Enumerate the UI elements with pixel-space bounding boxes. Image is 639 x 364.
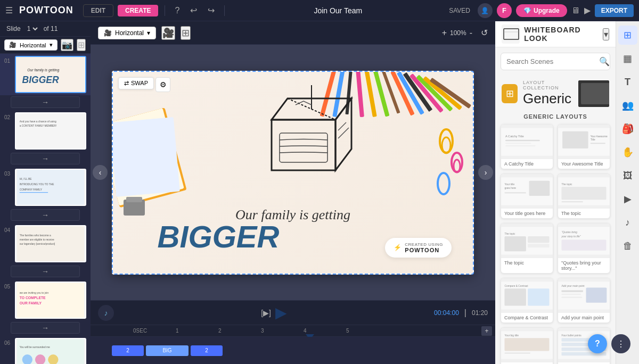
- more-options-button[interactable]: ⋮: [611, 334, 630, 353]
- video-icon-button[interactable]: ▶: [618, 189, 637, 209]
- panel-chevron-button[interactable]: ▾: [603, 28, 609, 40]
- track-block-1[interactable]: 2: [112, 345, 144, 356]
- notifications-avatar[interactable]: 👤: [478, 3, 493, 18]
- right-panel: WHITEBOARD LOOK ▾ 🔍 ⊞ LAYOUT COLLECTION …: [495, 21, 639, 364]
- layout-card[interactable]: Your Awesome Title Your Awesome Title: [558, 124, 610, 169]
- prev-slide-button[interactable]: ‹: [93, 165, 108, 180]
- slide-thumbnail[interactable]: You will be surrounded me: [15, 338, 86, 364]
- slide-item[interactable]: 06 You will be surrounded me: [0, 336, 91, 364]
- layout-card-label: Your Awesome Title: [558, 159, 610, 169]
- record-camera-button[interactable]: 🎥: [161, 26, 175, 40]
- layout-card[interactable]: Compare & Contrast Compare & Contrast: [501, 278, 553, 323]
- layout-card[interactable]: Your big title Your big title: [501, 327, 553, 364]
- slide-item[interactable]: 03 HI, I'LL BE INTRODUCING YOU TO THE CO…: [0, 167, 91, 208]
- slide-canvas[interactable]: Our family is getting BIGGER ⚡ CREATED U…: [112, 71, 474, 275]
- slide-item[interactable]: 04 The families who become a member are …: [0, 223, 91, 264]
- svg-text:Compare & Contrast: Compare & Contrast: [504, 285, 528, 287]
- svg-text:goes here: goes here: [504, 187, 516, 189]
- slide-thumbnail[interactable]: HI, I'LL BE INTRODUCING YOU TO THE COMPA…: [15, 169, 86, 206]
- export-button[interactable]: EXPORT: [595, 4, 634, 17]
- layout-collection-icon: ⊞: [502, 84, 518, 103]
- grid-layout-button[interactable]: ⊞: [181, 26, 191, 40]
- hamburger-icon[interactable]: ☰: [5, 5, 13, 15]
- layout-thumbnail: [578, 80, 609, 107]
- layout-card[interactable]: The topic The topic: [558, 173, 610, 219]
- slide-thumbnail[interactable]: And you have a chance of using a CONTENT…: [15, 112, 86, 150]
- preview-button[interactable]: ▶: [584, 5, 591, 15]
- slide-number: 02: [4, 114, 13, 120]
- grid-view-button[interactable]: ⊞: [77, 39, 86, 51]
- svg-point-49: [454, 160, 460, 172]
- characters-icon-button[interactable]: 👥: [618, 96, 637, 115]
- text-icon-button[interactable]: T: [618, 72, 637, 92]
- slide-item[interactable]: 01 Our family is getting BIGGER: [0, 54, 91, 95]
- slide-action-button-5[interactable]: →: [11, 322, 80, 334]
- upgrade-button[interactable]: 💎 Upgrade: [516, 4, 567, 17]
- next-slide-button[interactable]: ›: [478, 165, 493, 180]
- zoom-plus-button[interactable]: +: [442, 28, 447, 38]
- svg-text:OUR FAMILY: OUR FAMILY: [20, 301, 42, 305]
- audio-icon-button[interactable]: ♪: [618, 213, 637, 232]
- chevron-icon: ▾: [147, 29, 150, 37]
- slide-thumbnail[interactable]: we are inviting you to join TO COMPLETE …: [15, 282, 86, 319]
- help-icon[interactable]: ?: [171, 5, 183, 16]
- timeline-ruler: 0SEC 1 2 3 4 5 + -: [91, 325, 495, 364]
- slide-number-select[interactable]: 1: [25, 24, 39, 33]
- backgrounds-icon-button[interactable]: ▦: [618, 49, 637, 68]
- edit-button[interactable]: EDIT: [83, 4, 113, 17]
- layout-card-preview: Your Awesome Title: [558, 125, 610, 159]
- svg-text:our legendary [service/product: our legendary [service/product]: [20, 243, 55, 245]
- props-icon-button[interactable]: 🎒: [618, 119, 637, 138]
- view-horizontal-button[interactable]: 🎥 Horizontal ▾: [4, 39, 58, 51]
- images-icon-button[interactable]: 🖼: [618, 166, 637, 185]
- present-button[interactable]: 🖥: [571, 6, 580, 15]
- layout-card[interactable]: The topic The topic: [501, 223, 553, 274]
- slide-action-button-1[interactable]: →: [11, 96, 80, 108]
- slide-action-button-4[interactable]: →: [11, 266, 80, 277]
- layout-card[interactable]: Add your main point Add your main point: [558, 278, 610, 323]
- user-avatar[interactable]: F: [497, 3, 512, 18]
- search-button[interactable]: 🔍: [599, 56, 610, 67]
- box-illustration: [250, 77, 357, 178]
- help-button[interactable]: ?: [588, 334, 607, 353]
- redo-icon[interactable]: ↪: [204, 4, 218, 16]
- slide-thumbnail[interactable]: Our family is getting BIGGER: [15, 56, 86, 93]
- search-bar: 🔍: [501, 53, 610, 70]
- slide-of-label: of 11: [44, 25, 58, 32]
- slide-thumbnail[interactable]: The families who become a member are eli…: [15, 225, 86, 262]
- layout-card[interactable]: A Catchy Title A Catchy Title: [501, 124, 553, 169]
- play-main-button[interactable]: ▶: [275, 304, 287, 321]
- ruler-mark-4: 4: [304, 328, 346, 334]
- svg-rect-97: [504, 353, 530, 354]
- track-block-2[interactable]: BIG: [146, 345, 189, 356]
- undo-icon[interactable]: ↩: [187, 4, 200, 16]
- zoom-minus-button[interactable]: -: [470, 28, 472, 38]
- slide-action-button-2[interactable]: →: [11, 153, 80, 164]
- create-button[interactable]: CREATE: [118, 5, 158, 16]
- view-select[interactable]: 🎥 Horizontal ▾: [98, 27, 156, 39]
- slide-item[interactable]: 05 we are inviting you to join TO COMPLE…: [0, 279, 91, 321]
- music-button[interactable]: ♪: [98, 305, 114, 321]
- svg-rect-74: [561, 201, 583, 202]
- search-input[interactable]: [506, 57, 596, 65]
- rotate-button[interactable]: ↺: [481, 28, 488, 38]
- slide-action-button-3[interactable]: →: [11, 209, 80, 221]
- timeline-zoom-plus[interactable]: +: [481, 326, 492, 336]
- swap-button[interactable]: ⇄ SWAP: [118, 77, 154, 89]
- svg-text:we are inviting you to join: we are inviting you to join: [20, 292, 49, 294]
- powtoon-brand: POWTOON: [405, 247, 443, 253]
- track-block-3[interactable]: 2: [191, 345, 223, 356]
- svg-rect-3: [17, 113, 84, 148]
- svg-text:Your big title: Your big title: [504, 334, 519, 337]
- layout-card[interactable]: "Quotes bring your story to life" "Quote…: [558, 223, 610, 274]
- slide-item[interactable]: 02 And you have a chance of using a CONT…: [0, 110, 91, 152]
- scenes-icon-button[interactable]: ⊞: [618, 26, 637, 45]
- gestures-icon-button[interactable]: ✋: [618, 143, 637, 162]
- record-button[interactable]: 📷: [61, 39, 73, 51]
- upgrade-icon: 💎: [523, 7, 531, 14]
- layout-card[interactable]: Your title goes here Your title goes her…: [501, 173, 553, 219]
- settings-button[interactable]: ⚙: [155, 77, 170, 92]
- svg-rect-43: [280, 133, 327, 162]
- total-time: 01:20: [472, 309, 488, 317]
- delete-icon-button[interactable]: 🗑: [618, 236, 637, 255]
